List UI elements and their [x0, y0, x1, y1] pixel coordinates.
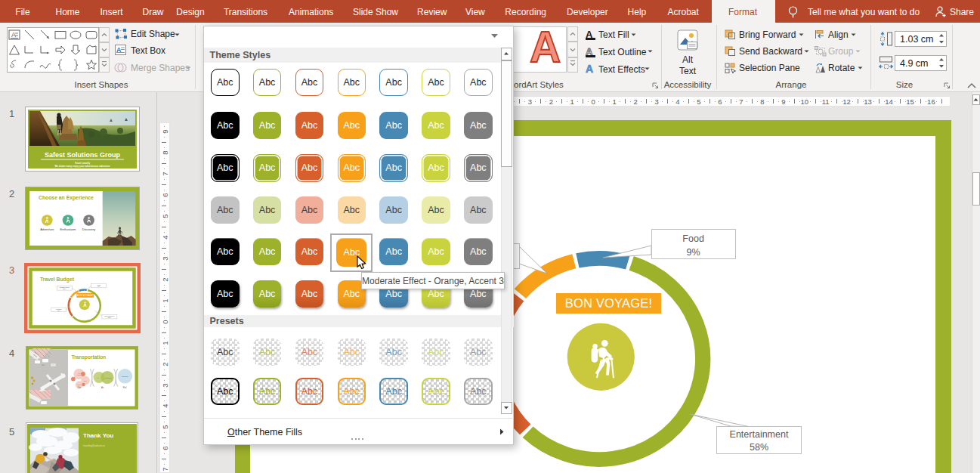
svg-text:Safest Solutions Group: Safest Solutions Group [45, 151, 121, 159]
svg-text:✈✈: ✈✈ [42, 364, 45, 366]
svg-text:Enthusiasm: Enthusiasm [60, 227, 77, 231]
svg-text:BON VOYAGE!: BON VOYAGE! [77, 294, 94, 297]
svg-text:Adventure: Adventure [40, 227, 54, 231]
svg-text:Terminal: Terminal [105, 377, 112, 379]
svg-text:A: A [116, 46, 122, 54]
svg-text:We clutter many enjoy your adv: We clutter many enjoy your adventurous a… [54, 165, 110, 168]
svg-text:Discovery: Discovery [82, 227, 96, 231]
svg-text:58%: 58% [108, 317, 111, 318]
svg-text:traveling@safesst.co: traveling@safesst.co [83, 444, 105, 447]
svg-text:Railway: Railway [122, 376, 128, 378]
svg-text:Air: Air [101, 386, 104, 389]
svg-text:Travel Budget: Travel Budget [40, 277, 75, 283]
svg-text:Choose an Experience: Choose an Experience [39, 195, 94, 201]
svg-text:Transportation: Transportation [72, 354, 107, 360]
svg-text:5%: 5% [57, 310, 60, 311]
svg-text:Thank You: Thank You [83, 431, 113, 438]
svg-text:Car: Car [78, 386, 81, 389]
svg-text:9%: 9% [97, 286, 100, 287]
svg-text:loans: loans [77, 374, 82, 376]
svg-text:Rail: Rail [123, 386, 127, 389]
svg-text:Air: Air [97, 377, 99, 379]
svg-text:Send: Send [77, 384, 82, 385]
svg-text:28%: 28% [63, 288, 66, 289]
svg-text:A: A [11, 31, 16, 39]
